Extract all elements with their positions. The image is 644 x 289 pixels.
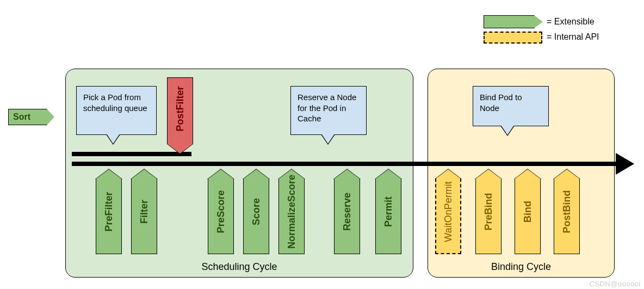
tooltip-pick-text: Pick a Pod from scheduling queue <box>83 93 147 113</box>
tooltip-bind-text: Bind Pod to Node <box>480 93 522 113</box>
flow-arrow-head <box>616 153 634 175</box>
tooltip-bind: Bind Pod to Node <box>473 86 549 126</box>
scheduling-cycle-label: Scheduling Cycle <box>66 261 413 273</box>
flow-line <box>72 162 617 166</box>
legend-extensible-label: = Extensible <box>547 17 595 27</box>
sort-step-head <box>47 109 54 125</box>
ext-postbind: PostBind <box>554 169 580 254</box>
legend-extensible-arrow <box>484 15 535 28</box>
tooltip-reserve-tail <box>321 134 335 144</box>
ext-permit: Permit <box>375 169 401 254</box>
ext-filter: Filter <box>131 169 157 254</box>
ext-postbind-label: PostBind <box>524 199 609 225</box>
binding-cycle-label: Binding Cycle <box>428 261 614 273</box>
watermark: CSDN@oooooi <box>589 280 641 288</box>
tooltip-reserve: Reserve a Node for the Pod in Cache <box>290 86 367 135</box>
ext-normalize-score: NormalizeScore <box>278 169 305 254</box>
sort-label: Sort <box>13 112 30 122</box>
ext-filter-label: Filter <box>102 199 187 225</box>
legend-internal-box <box>484 32 542 44</box>
tooltip-bind-tail <box>501 125 514 135</box>
tooltip-pick-tail <box>107 134 120 144</box>
tooltip-reserve-text: Reserve a Node for the Pod in Cache <box>298 93 356 123</box>
sort-step: Sort <box>8 109 47 125</box>
legend-internal-label: = Internal API <box>547 32 599 42</box>
legend-extensible-arrow-head <box>534 15 543 28</box>
diagram: = Extensible = Internal API Scheduling C… <box>0 0 644 289</box>
ext-postfilter-label: PostFilter <box>142 96 218 122</box>
ext-postfilter: PostFilter <box>167 77 193 153</box>
